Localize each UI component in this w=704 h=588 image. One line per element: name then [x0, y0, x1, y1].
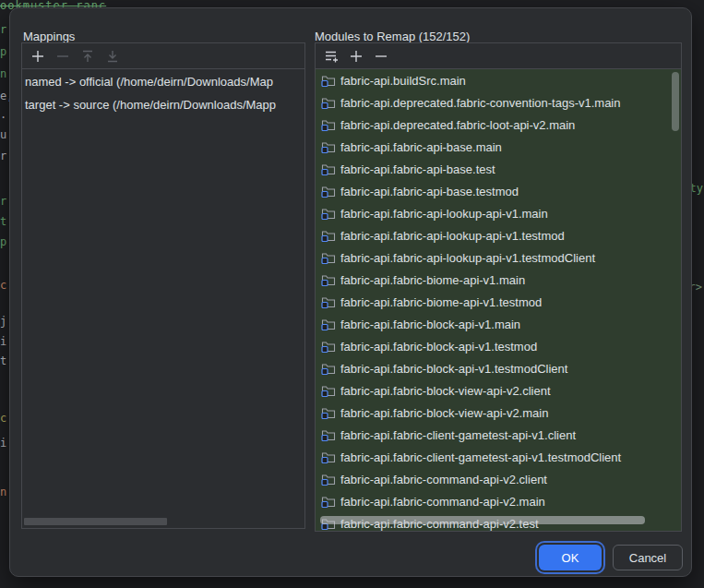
- module-row[interactable]: fabric-api.fabric-client-gametest-api-v1…: [316, 424, 681, 446]
- module-row[interactable]: fabric-api.fabric-block-api-v1.testmod: [316, 335, 681, 357]
- module-icon: [321, 427, 336, 442]
- remove-module-icon[interactable]: [373, 48, 388, 64]
- mapping-row[interactable]: named -> official (/home/deirn/Downloads…: [22, 70, 304, 93]
- mappings-toolbar: [22, 43, 304, 69]
- module-label: fabric-api.fabric-block-view-api-v2.clie…: [340, 384, 551, 398]
- module-label: fabric-api.fabric-api-lookup-api-v1.test…: [340, 229, 565, 243]
- background-code-fragment: j: [0, 316, 9, 327]
- background-code-fragment: p: [0, 236, 9, 247]
- background-code-fragment: n: [0, 68, 9, 79]
- module-label: fabric-api.fabric-api-base.main: [340, 140, 502, 154]
- module-label: fabric-api.fabric-api-lookup-api-v1.test…: [340, 251, 595, 265]
- module-icon: [321, 272, 336, 287]
- module-row[interactable]: fabric-api.fabric-biome-api-v1.main: [316, 269, 681, 291]
- module-row[interactable]: fabric-api.fabric-biome-api-v1.testmod: [316, 291, 681, 313]
- module-icon: [321, 228, 336, 243]
- module-label: fabric-api.fabric-command-api-v2.client: [340, 473, 547, 486]
- module-row[interactable]: fabric-api.fabric-api-base.test: [316, 158, 681, 180]
- module-icon: [321, 450, 336, 464]
- module-label: fabric-api.fabric-client-gametest-api-v1…: [340, 450, 621, 464]
- add-all-icon[interactable]: [323, 48, 339, 64]
- background-code-fragment: n: [0, 486, 9, 498]
- module-row[interactable]: fabric-api.fabric-api-base.testmod: [316, 180, 681, 202]
- move-up-icon: [79, 48, 95, 64]
- module-label: fabric-api.fabric-block-api-v1.main: [340, 318, 520, 331]
- mappings-panel: named -> official (/home/deirn/Downloads…: [21, 42, 305, 529]
- module-icon: [321, 206, 336, 221]
- add-module-icon[interactable]: [348, 48, 364, 64]
- horizontal-scrollbar-thumb[interactable]: [320, 516, 645, 524]
- mapping-row[interactable]: target -> source (/home/deirn/Downloads/…: [22, 93, 304, 116]
- move-down-icon: [104, 48, 120, 64]
- module-label: fabric-api.fabric-block-view-api-v2.main: [340, 406, 548, 420]
- background-code-fragment: i: [0, 438, 9, 449]
- background-code-fragment: r: [0, 150, 9, 162]
- module-row[interactable]: fabric-api.fabric-api-lookup-api-v1.test…: [316, 224, 681, 246]
- module-icon: [321, 250, 336, 265]
- background-code-fragment: c: [0, 413, 9, 424]
- module-icon: [321, 317, 336, 331]
- module-row[interactable]: fabric-api.fabric-block-view-api-v2.clie…: [316, 379, 681, 402]
- background-code-fragment: p: [0, 46, 9, 57]
- background-code-fragment: c: [0, 280, 9, 291]
- remove-mapping-icon: [54, 48, 70, 64]
- background-code-fragment: i: [0, 336, 9, 347]
- module-row[interactable]: fabric-api.fabric-command-api-v2.main: [316, 490, 681, 512]
- module-label: fabric-api.fabric-block-api-v1.testmod: [340, 340, 537, 354]
- module-icon: [321, 405, 336, 420]
- module-row[interactable]: fabric-api.fabric-block-api-v1.main: [316, 313, 681, 335]
- module-row[interactable]: fabric-api.deprecated.fabric-loot-api-v2…: [316, 114, 681, 136]
- modules-list: fabric-api.buildSrc.mainfabric-api.depre…: [316, 69, 681, 531]
- module-label: fabric-api.deprecated.fabric-loot-api-v2…: [340, 118, 575, 132]
- horizontal-scrollbar-thumb[interactable]: [24, 518, 167, 525]
- modules-panel: fabric-api.buildSrc.mainfabric-api.depre…: [315, 42, 682, 532]
- remap-dialog: Mappings Modules to Remap (152/152) name…: [9, 7, 692, 577]
- module-icon: [321, 184, 336, 198]
- module-icon: [321, 472, 336, 486]
- module-icon: [321, 139, 336, 154]
- vertical-scrollbar-thumb[interactable]: [672, 72, 679, 131]
- background-code-fragment: .: [0, 109, 9, 120]
- modules-toolbar: [316, 43, 681, 69]
- module-icon: [321, 73, 336, 88]
- module-label: fabric-api.buildSrc.main: [340, 74, 466, 88]
- background-code-fragment: t: [0, 216, 9, 227]
- module-row[interactable]: fabric-api.fabric-api-base.main: [316, 136, 681, 158]
- module-row[interactable]: fabric-api.fabric-command-api-v2.client: [316, 468, 681, 490]
- background-code-fragment: r: [0, 24, 9, 35]
- module-label: fabric-api.fabric-api-base.test: [340, 162, 495, 176]
- module-icon: [321, 95, 336, 110]
- module-icon: [321, 117, 336, 132]
- module-row[interactable]: fabric-api.fabric-block-view-api-v2.main: [316, 402, 681, 424]
- module-icon: [321, 162, 336, 176]
- module-label: fabric-api.fabric-biome-api-v1.main: [340, 273, 525, 287]
- module-label: fabric-api.fabric-client-gametest-api-v1…: [340, 428, 576, 442]
- background-code-fragment: u: [0, 129, 9, 140]
- module-row[interactable]: fabric-api.fabric-block-api-v1.testmodCl…: [316, 357, 681, 379]
- background-code-fragment: e,: [0, 90, 9, 102]
- background-code-fragment: t: [0, 355, 9, 366]
- module-icon: [321, 294, 336, 309]
- module-row[interactable]: fabric-api.fabric-api-lookup-api-v1.test…: [316, 246, 681, 269]
- module-label: fabric-api.deprecated.fabric-convention-…: [340, 96, 621, 110]
- mappings-list: named -> official (/home/deirn/Downloads…: [22, 70, 304, 116]
- add-mapping-icon[interactable]: [30, 48, 45, 64]
- module-icon: [321, 361, 336, 376]
- module-icon: [321, 494, 336, 509]
- module-row[interactable]: fabric-api.buildSrc.main: [316, 69, 681, 91]
- module-row[interactable]: fabric-api.fabric-client-gametest-api-v1…: [316, 446, 681, 468]
- module-label: fabric-api.fabric-command-api-v2.main: [340, 495, 545, 509]
- module-icon: [321, 339, 336, 354]
- module-label: fabric-api.fabric-block-api-v1.testmodCl…: [340, 362, 567, 376]
- module-label: fabric-api.fabric-api-lookup-api-v1.main: [340, 207, 548, 221]
- background-code-fragment: r: [0, 196, 9, 207]
- cancel-button[interactable]: Cancel: [613, 545, 683, 570]
- module-row[interactable]: fabric-api.deprecated.fabric-convention-…: [316, 91, 681, 114]
- module-label: fabric-api.fabric-api-base.testmod: [340, 185, 519, 198]
- module-row[interactable]: fabric-api.fabric-api-lookup-api-v1.main: [316, 202, 681, 224]
- ok-button[interactable]: OK: [539, 545, 602, 570]
- module-icon: [321, 383, 336, 398]
- module-label: fabric-api.fabric-biome-api-v1.testmod: [340, 295, 542, 309]
